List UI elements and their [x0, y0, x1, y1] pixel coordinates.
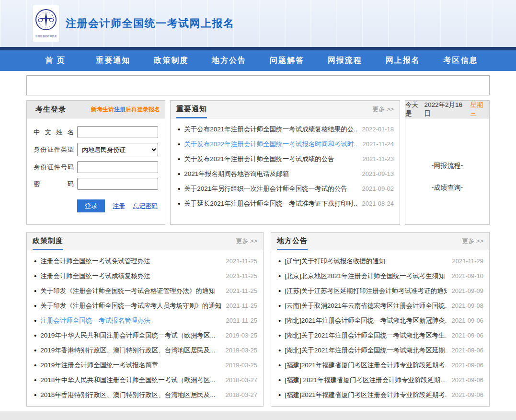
- bottom-row: 政策制度 更多 >> • 注册会计师全国统一考试免试管理办法 2021-11-2…: [26, 232, 490, 407]
- nav-item[interactable]: 问题解答: [258, 50, 316, 71]
- nav-item[interactable]: 网上报名: [374, 50, 432, 71]
- policy-link[interactable]: 注册会计师全国统一考试成绩复核办法: [40, 272, 221, 280]
- bullet-icon: •: [178, 185, 180, 192]
- notice-link[interactable]: 关于延长2021年注册会计师全国统一考试准考证下载打印时...: [184, 199, 357, 208]
- id-type-select[interactable]: 内地居民身份证: [77, 143, 158, 156]
- policy-date: 2018-03-27: [226, 391, 258, 398]
- local-announcement-link[interactable]: [辽宁]关于打印考试报名收据的通知: [285, 257, 447, 266]
- policy-date: 2021-11-25: [226, 272, 257, 280]
- nav-item[interactable]: 网报流程: [316, 50, 374, 71]
- notice-link[interactable]: 关于发布2021年注册会计师全国统一考试成绩的公告: [184, 155, 357, 163]
- notice-link[interactable]: 关于公布2021年注册会计师全国统一考试成绩复核结果的公...: [184, 125, 357, 134]
- local-announcement-item: • [福建]2021年福建省厦门考区注册会计师专业阶段延期考... 2021-0…: [277, 358, 483, 373]
- notice-prefix: 新考生请: [91, 106, 114, 113]
- login-button[interactable]: 登录: [77, 199, 105, 212]
- id-number-label: 身份证件号码: [34, 163, 74, 172]
- local-announcement-item: • [辽宁]关于打印考试报名收据的通知 2021-11-29: [277, 254, 483, 268]
- registration-process-link[interactable]: -网报流程-: [432, 162, 463, 170]
- cicpa-seal-icon: 中国注册会计师协会: [34, 8, 57, 39]
- bullet-icon: •: [278, 376, 281, 384]
- nav-item[interactable]: 政策制度: [142, 50, 200, 71]
- local-announcement-link[interactable]: [湖北]关于2021年注册会计师全国统一考试湖北考区考生...: [285, 331, 447, 340]
- policy-link[interactable]: 2019年香港特别行政区、澳门特别行政区、台湾地区居民及...: [40, 346, 220, 355]
- policies-more-link[interactable]: 更多 >>: [236, 237, 257, 245]
- bullet-icon: •: [178, 155, 180, 163]
- notice-date: 2021-08-24: [362, 200, 394, 207]
- policy-link[interactable]: 注册会计师全国统一考试免试管理办法: [40, 257, 221, 266]
- policy-date: 2018-03-27: [226, 376, 258, 384]
- cicpa-logo: 中国注册会计师协会: [33, 5, 59, 42]
- bullet-icon: •: [278, 317, 281, 324]
- local-announcement-link[interactable]: [湖北]2021年注册会计师全国统一考试湖北考区新冠肺炎...: [285, 316, 447, 325]
- bullet-icon: •: [278, 287, 281, 294]
- local-announcements-list: • [辽宁]关于打印考试报名收据的通知 2021-11-29 • [北京]北京地…: [271, 250, 489, 402]
- nav-item[interactable]: 考区信息: [432, 50, 490, 71]
- bullet-icon: •: [278, 332, 281, 339]
- bullet-icon: •: [178, 140, 180, 148]
- notice-item: • 关于2021年另行组织一次注册会计师全国统一考试的公告 2021-09-02: [176, 181, 394, 196]
- notices-more-link[interactable]: 更多 >>: [372, 105, 394, 114]
- notice-link[interactable]: 2021年报名期间各地咨询电话及邮箱: [184, 170, 357, 178]
- local-announcement-link[interactable]: [福建]2021年福建省厦门考区注册会计师专业阶段延期考...: [285, 361, 447, 370]
- header-inner: 中国注册会计师协会 注册会计师全国统一考试网上报名: [26, 0, 490, 47]
- policy-link[interactable]: 2018年中华人民共和国注册会计师全国统一考试（欧洲考区...: [40, 376, 220, 385]
- notice-link[interactable]: 关于发布2022年注册会计师全国统一考试报名时间和考试时...: [184, 140, 357, 149]
- local-announcement-date: 2021-09-06: [452, 362, 484, 369]
- bullet-icon: •: [34, 317, 36, 324]
- bullet-icon: •: [278, 391, 281, 398]
- important-notices-list: • 关于公布2021年注册会计师全国统一考试成绩复核结果的公... 2022-0…: [171, 118, 400, 211]
- local-announcement-item: • [北京]北京地区2021年注册会计师全国统一考试考生须知 2021-09-1…: [277, 268, 483, 283]
- policy-item: • 2018年中华人民共和国注册会计师全国统一考试（欧洲考区... 2018-0…: [33, 373, 257, 387]
- bullet-icon: •: [278, 272, 281, 280]
- register-link[interactable]: 注册: [113, 202, 125, 210]
- local-more-link[interactable]: 更多 >>: [462, 237, 483, 245]
- local-announcement-link[interactable]: [云南]关于取消2021年云南省德宏考区注册会计师全国统...: [285, 302, 447, 310]
- local-announcements-panel: 地方公告 更多 >> • [辽宁]关于打印考试报名收据的通知 2021-11-2…: [271, 232, 490, 407]
- local-announcement-link[interactable]: [北京]北京地区2021年注册会计师全国统一考试考生须知: [285, 272, 447, 280]
- register-inline-link[interactable]: 注册: [114, 106, 126, 113]
- nav-item[interactable]: 首 页: [26, 50, 84, 71]
- local-announcement-item: • [湖北]关于2021年注册会计师全国统一考试湖北考区考生... 2021-0…: [277, 328, 483, 343]
- bullet-icon: •: [34, 287, 36, 294]
- local-announcement-link[interactable]: [湖北]关于2021年注册会计师全国统一考试湖北考区延期...: [285, 346, 447, 355]
- bullet-icon: •: [278, 302, 281, 309]
- local-announcement-item: • [福建] 2021年福建省厦门考区注册会计师专业阶段延期... 2021-0…: [277, 373, 483, 387]
- name-label: 中 文 姓 名: [34, 128, 74, 137]
- today-weekday: 星期三: [470, 101, 489, 118]
- page-footer: [0, 411, 516, 420]
- score-inquiry-link[interactable]: -成绩查询-: [432, 184, 463, 192]
- local-announcement-link[interactable]: [福建]2021年福建省厦门考区注册会计师专业阶段延期考...: [285, 391, 447, 399]
- policies-list: • 注册会计师全国统一考试免试管理办法 2021-11-25 • 注册会计师全国…: [27, 250, 263, 402]
- important-notices-title: 重要通知: [176, 101, 207, 118]
- policy-link[interactable]: 2019年中华人民共和国注册会计师全国统一考试（欧洲考区...: [40, 331, 220, 340]
- bullet-icon: •: [34, 272, 36, 280]
- today-prefix: 今天是: [405, 101, 424, 118]
- login-links: 注册 忘记密码: [113, 202, 158, 210]
- policy-date: 2019-03-25: [226, 332, 258, 339]
- policy-item: • 2019年香港特别行政区、澳门特别行政区、台湾地区居民及... 2019-0…: [33, 343, 257, 358]
- policy-link[interactable]: 关于印发《注册会计师全国统一考试合格证管理办法》的通知: [40, 287, 221, 295]
- nav-item[interactable]: 重要通知: [84, 50, 142, 71]
- notice-suffix: 后再登录报名: [126, 106, 160, 113]
- policy-link[interactable]: 关于印发《注册会计师全国统一考试应考人员考场守则》的通知: [40, 302, 221, 310]
- nav-top-strip: [0, 47, 516, 50]
- local-announcement-link[interactable]: [江苏]关于江苏考区延期打印注册会计师考试准考证的通知: [285, 287, 447, 295]
- policies-header: 政策制度 更多 >>: [27, 233, 263, 250]
- id-number-input[interactable]: [77, 161, 158, 173]
- important-notices-panel: 重要通知 更多 >> • 关于公布2021年注册会计师全国统一考试成绩复核结果的…: [170, 100, 400, 225]
- policy-link[interactable]: 注册会计师全国统一考试报名管理办法: [40, 316, 221, 325]
- forgot-password-link[interactable]: 忘记密码: [133, 202, 158, 210]
- policy-date: 2019-03-25: [226, 347, 258, 354]
- nav-item[interactable]: 地方公告: [200, 50, 258, 71]
- important-notices-header: 重要通知 更多 >>: [171, 101, 400, 118]
- notice-date: 2021-11-23: [362, 155, 394, 163]
- main-nav: 首 页 重要通知 政策制度 地方公告 问题解答 网报流程 网上报名 考区信息: [0, 50, 516, 71]
- policy-link[interactable]: 2019年注册会计师全国统一考试报名简章: [40, 361, 220, 370]
- notice-item: • 关于发布2022年注册会计师全国统一考试报名时间和考试时... 2021-1…: [176, 137, 394, 152]
- policy-link[interactable]: 2018年香港特别行政区、澳门特别行政区、台湾地区居民及...: [40, 391, 220, 399]
- chinese-name-input[interactable]: [77, 126, 158, 138]
- notice-link[interactable]: 关于2021年另行组织一次注册会计师全国统一考试的公告: [184, 185, 357, 193]
- local-announcement-link[interactable]: [福建] 2021年福建省厦门考区注册会计师专业阶段延期...: [285, 376, 447, 385]
- policy-item: • 注册会计师全国统一考试免试管理办法 2021-11-25: [33, 254, 257, 268]
- password-input[interactable]: [77, 178, 158, 190]
